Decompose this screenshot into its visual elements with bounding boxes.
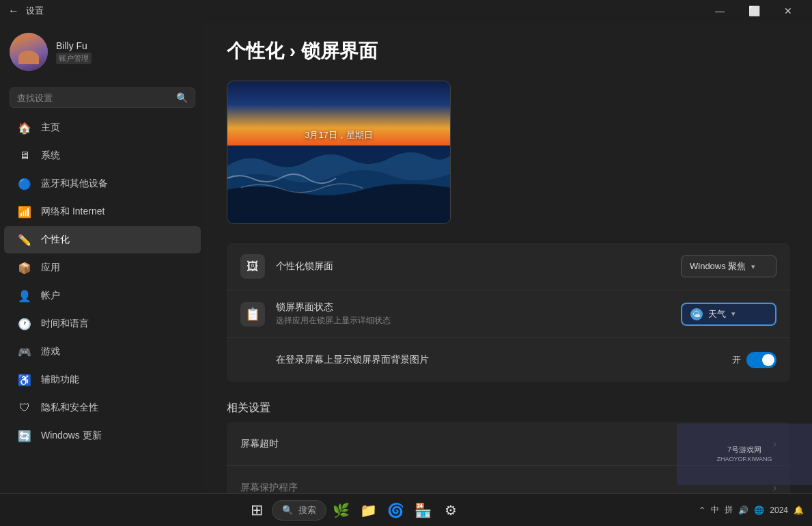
lockscreen-status-row: 📋 锁屏界面状态 选择应用在锁屏上显示详细状态 🌤 天气 ▾ [227, 290, 790, 338]
tray-arrow-icon[interactable]: ⌃ [699, 506, 705, 515]
main-layout: Billy Fu 账户管理 🔍 🏠 主页 🖥 系统 🔵 蓝牙和其他设备 📶 网络… [0, 22, 812, 493]
status-control[interactable]: 🌤 天气 ▾ [681, 303, 776, 326]
search-box[interactable]: 🔍 [10, 87, 195, 108]
user-name: Billy Fu [56, 40, 195, 51]
taskbar-right: ⌃ 中 拼 🔊 🌐 2024 🔔 [699, 504, 804, 516]
gaming-nav-label: 游戏 [41, 346, 60, 358]
start-button[interactable]: ⊞ [244, 498, 269, 523]
gaming-nav-icon: 🎮 [18, 345, 31, 359]
sidebar-item-system[interactable]: 🖥 系统 [4, 142, 201, 169]
privacy-nav-label: 隐私和安全性 [41, 402, 98, 414]
settings-section-main: 🖼 个性化锁屏面 Windows 聚焦 ▾ 📋 锁屏界面状态 选择应用在锁屏上显… [227, 243, 790, 382]
sidebar-item-accounts[interactable]: 👤 帐户 [4, 282, 201, 309]
content-area: 个性化 › 锁屏界面 3月17日，星期日 🖼 个性化锁屏面 [205, 22, 812, 493]
user-section[interactable]: Billy Fu 账户管理 [0, 22, 205, 82]
status-title: 锁屏界面状态 [276, 301, 681, 314]
weather-icon: 🌤 [690, 308, 703, 320]
accessibility-nav-label: 辅助功能 [41, 374, 79, 386]
update-nav-icon: 🔄 [18, 429, 31, 443]
sidebar-item-personalization[interactable]: ✏️ 个性化 [4, 226, 201, 253]
time-nav-label: 时间和语言 [41, 318, 89, 330]
explorer-button[interactable]: 📁 [356, 498, 381, 523]
home-nav-label: 主页 [41, 122, 60, 134]
status-text: 锁屏界面状态 选择应用在锁屏上显示详细状态 [276, 301, 681, 327]
settings-taskbar-button[interactable]: ⚙ [438, 498, 463, 523]
sidebar-item-update[interactable]: 🔄 Windows 更新 [4, 422, 201, 449]
weather-dropdown[interactable]: 🌤 天气 ▾ [681, 303, 776, 326]
sidebar-item-home[interactable]: 🏠 主页 [4, 114, 201, 141]
personalize-lockscreen-row: 🖼 个性化锁屏面 Windows 聚焦 ▾ [227, 243, 790, 290]
taskbar: ⊞ 🔍 搜索 🌿 📁 🌀 🏪 ⚙ ⌃ 中 拼 🔊 🌐 2024 🔔 [0, 493, 812, 526]
user-sub-label: 账户管理 [56, 53, 92, 64]
watermark-text: 7号游戏网 ZHAOYOF.KIWANG [716, 445, 772, 464]
tray-layout: 拼 [725, 504, 733, 516]
nav-items: 🏠 主页 🖥 系统 🔵 蓝牙和其他设备 📶 网络和 Internet ✏️ 个性… [0, 113, 205, 450]
search-icon: 🔍 [176, 92, 188, 103]
bluetooth-nav-label: 蓝牙和其他设备 [41, 178, 108, 190]
related-section-header: 相关设置 [227, 387, 790, 422]
tray-time: 2024 [770, 506, 788, 515]
accounts-nav-icon: 👤 [18, 289, 31, 303]
user-info: Billy Fu 账户管理 [56, 40, 195, 64]
home-nav-icon: 🏠 [18, 121, 31, 135]
apps-nav-icon: 📦 [18, 261, 31, 275]
bluetooth-nav-icon: 🔵 [18, 177, 31, 191]
dropdown-arrow2-icon: ▾ [731, 309, 736, 318]
personalize-control[interactable]: Windows 聚焦 ▾ [681, 255, 776, 277]
show-background-row: 在登录屏幕上显示锁屏界面背景图片 开 [227, 338, 790, 382]
titlebar-left: ← 设置 [8, 5, 44, 17]
maximize-button[interactable]: ⬜ [738, 0, 770, 22]
sidebar-item-time[interactable]: 🕐 时间和语言 [4, 310, 201, 337]
personalize-dropdown[interactable]: Windows 聚焦 ▾ [681, 255, 776, 277]
personalize-icon: 🖼 [240, 254, 265, 279]
titlebar-controls: — ⬜ ✕ [704, 0, 804, 22]
close-button[interactable]: ✕ [772, 0, 804, 22]
taskbar-center: ⊞ 🔍 搜索 🌿 📁 🌀 🏪 ⚙ [244, 498, 463, 523]
network-nav-icon: 📶 [18, 205, 31, 219]
sidebar-item-gaming[interactable]: 🎮 游戏 [4, 338, 201, 365]
titlebar-title: 设置 [26, 5, 44, 17]
search-glass-icon: 🔍 [282, 505, 293, 515]
background-text: 在登录屏幕上显示锁屏界面背景图片 [276, 354, 732, 366]
sidebar-item-apps[interactable]: 📦 应用 [4, 254, 201, 281]
system-nav-icon: 🖥 [18, 149, 31, 163]
background-title: 在登录屏幕上显示锁屏界面背景图片 [276, 354, 732, 366]
sidebar-item-bluetooth[interactable]: 🔵 蓝牙和其他设备 [4, 170, 201, 197]
sidebar: Billy Fu 账户管理 🔍 🏠 主页 🖥 系统 🔵 蓝牙和其他设备 📶 网络… [0, 22, 205, 493]
lockscreen-waves [227, 146, 450, 223]
weather-dropdown-value: 天气 [708, 308, 726, 320]
personalize-dropdown-value: Windows 聚焦 [690, 260, 746, 273]
store-button[interactable]: 🏪 [411, 498, 436, 523]
lockscreen-preview: 3月17日，星期日 [227, 81, 451, 224]
privacy-nav-icon: 🛡 [18, 401, 31, 415]
background-toggle[interactable] [746, 352, 776, 368]
search-input[interactable] [17, 93, 171, 103]
titlebar: ← 设置 — ⬜ ✕ [0, 0, 812, 22]
widgets-button[interactable]: 🌿 [329, 498, 354, 523]
sidebar-item-privacy[interactable]: 🛡 隐私和安全性 [4, 394, 201, 421]
time-nav-icon: 🕐 [18, 317, 31, 331]
taskbar-search[interactable]: 🔍 搜索 [272, 500, 326, 521]
accessibility-nav-icon: ♿ [18, 373, 31, 387]
apps-nav-label: 应用 [41, 262, 60, 274]
minimize-button[interactable]: — [704, 0, 736, 22]
lockscreen-date: 3月17日，星期日 [305, 129, 373, 141]
accounts-nav-label: 帐户 [41, 290, 60, 302]
tray-notification-icon[interactable]: 🔔 [794, 506, 804, 515]
tray-network-icon[interactable]: 🌐 [754, 506, 764, 515]
update-nav-label: Windows 更新 [41, 430, 102, 442]
page-title: 个性化 › 锁屏界面 [227, 38, 790, 64]
edge-button[interactable]: 🌀 [384, 498, 408, 523]
avatar [10, 33, 48, 71]
network-nav-label: 网络和 Internet [41, 206, 104, 218]
dropdown-arrow-icon: ▾ [751, 262, 755, 271]
toggle-label: 开 [732, 354, 741, 366]
background-control[interactable]: 开 [732, 352, 776, 368]
watermark: 7号游戏网 ZHAOYOF.KIWANG [677, 424, 812, 485]
back-button[interactable]: ← [8, 5, 19, 17]
tray-volume-icon[interactable]: 🔊 [738, 506, 748, 515]
personalize-text: 个性化锁屏面 [276, 260, 681, 273]
sidebar-item-accessibility[interactable]: ♿ 辅助功能 [4, 366, 201, 393]
sidebar-item-network[interactable]: 📶 网络和 Internet [4, 198, 201, 225]
personalization-nav-icon: ✏️ [18, 233, 31, 247]
